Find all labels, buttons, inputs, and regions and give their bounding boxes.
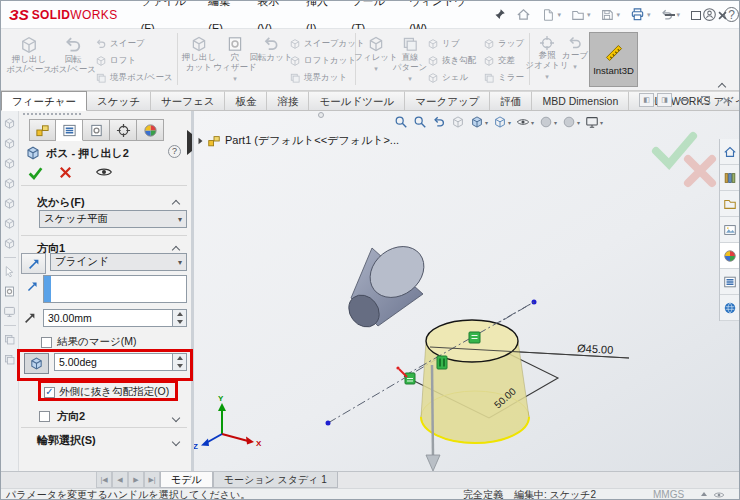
tab-weldments[interactable]: 溶接 [267,91,309,110]
hide-show-items-button[interactable]: ▾ [514,115,536,129]
panel-grip[interactable] [23,113,81,115]
tree-item-part1[interactable]: Part1 (デフォルト<<デフォルト>... [225,133,399,148]
drag-handle-shaft[interactable] [432,365,433,457]
tab-features[interactable]: フィーチャー [1,91,87,111]
pin-menu-icon[interactable] [490,8,509,21]
draft-button[interactable]: 抜き勾配 [427,52,483,69]
direction2-checkbox[interactable] [39,411,50,422]
linear-pattern-button[interactable]: 直線 パターン ▾ [393,31,427,82]
display-style-button[interactable]: ▾ [491,115,513,129]
tab-mold-tools[interactable]: モールドツール [309,91,405,110]
tree-expand-arrow[interactable] [199,137,203,143]
hidden-lines-removed-icon[interactable] [3,197,16,210]
pm-help-button[interactable]: ? [168,145,181,158]
taskpane-appearances-tab[interactable] [720,243,740,269]
pane-left-button[interactable]: ◧ [639,93,654,107]
tab-surfaces[interactable]: サーフェス [151,91,225,110]
intersect-button[interactable]: 交差 [483,52,529,69]
reference-geometry-button[interactable]: 参照 ジオメトリ ▾ [533,31,561,80]
last-tab-button[interactable]: ▶| [144,472,160,488]
ok-button[interactable] [27,164,44,181]
tab-evaluate[interactable]: 評価 [490,91,532,110]
close-button[interactable] [709,5,735,25]
taskpane-forum-tab[interactable] [720,295,740,321]
configurationmanager-tab[interactable] [83,119,110,141]
zoom-fit-button[interactable] [392,115,410,129]
draft-angle-input[interactable]: 5.00deg [54,353,173,371]
save-button[interactable] [597,8,623,22]
direction2-row[interactable]: 方向2 [39,409,85,424]
hidden-lines-view-icon[interactable] [3,157,16,170]
hole-wizard-button[interactable]: 穴 ウィザード ▾ [217,31,253,82]
print-button[interactable] [627,7,654,22]
ribbon-collapse-button[interactable] [719,76,729,86]
drag-handle-arrow[interactable] [426,455,440,471]
merge-result-checkbox[interactable] [41,337,52,348]
divider-grip[interactable] [318,112,324,118]
graphics-viewport[interactable]: Ø45.00 50.00 Y X [194,111,740,471]
extrude-boss-button[interactable]: 押し出し ボス/ベース [7,31,51,75]
draft-quality-icon[interactable] [3,217,16,230]
copy-tool-icon[interactable] [3,353,16,366]
sweep-button[interactable]: スイープ [95,35,173,52]
dimxpertmanager-tab[interactable] [110,119,137,141]
end-condition-select[interactable]: ブラインド ▾ [50,253,187,271]
sketch-settings-icon[interactable] [3,285,16,298]
view-orientation-button[interactable]: ▾ [468,115,490,129]
home-button[interactable] [513,7,534,22]
tab-sketch[interactable]: スケッチ [87,91,151,110]
mirror-button[interactable]: ミラー [483,69,529,86]
taskpane-custom-properties-tab[interactable] [720,269,740,295]
relation-marker-edge[interactable] [437,356,447,369]
taskpane-design-library-tab[interactable] [720,165,740,191]
extrude-cut-button[interactable]: 押し出し カット [181,31,217,73]
reverse-direction-button[interactable] [21,253,46,274]
tags-icon[interactable] [713,489,725,500]
confirm-cancel-watermark[interactable] [688,159,712,183]
from-section-header[interactable]: 次から(F) [37,195,85,210]
collapse-from-chevron[interactable] [173,197,179,209]
diameter-dimension-text[interactable]: Ø45.00 [577,342,614,356]
open-button[interactable] [568,8,594,22]
revolve-boss-button[interactable]: 回転 ボス/ベース [51,31,95,75]
minimize-button[interactable] [657,5,683,25]
new-document-button[interactable] [538,8,564,22]
selected-contours-header[interactable]: 輪郭選択(S) [37,433,96,448]
depth-spinner[interactable] [173,309,187,327]
featuremanager-tab[interactable] [29,119,56,141]
taskpane-home-tab[interactable] [720,139,740,165]
doc-restore-button[interactable] [696,93,714,107]
draft-on-off-button[interactable] [24,353,49,374]
shaded-view-icon[interactable] [3,117,16,130]
tab-markup[interactable]: マークアップ [405,91,490,110]
shell-button[interactable]: シェル [427,69,483,86]
section-view-icon[interactable] [3,237,16,250]
propertymanager-tab[interactable] [56,119,83,141]
direction-reference-listbox[interactable] [43,275,187,303]
tab-sheet-metal[interactable]: 板金 [225,91,267,110]
expand-contours-chevron[interactable] [173,435,179,447]
previous-view-button[interactable] [430,115,448,129]
model-tab[interactable]: モデル [160,472,213,488]
taskpane-file-explorer-tab[interactable] [720,191,740,217]
view-settings-button[interactable]: ▾ [583,115,605,129]
display-settings-icon[interactable] [3,305,16,318]
cancel-button[interactable] [58,165,73,180]
boundary-cut-button[interactable]: 境界カット [289,69,365,86]
wireframe-view-icon[interactable] [3,177,16,190]
spinner-down[interactable] [173,362,186,370]
merge-result-checkbox-row[interactable]: 結果のマージ(M) [41,335,136,349]
draft-outward-checkbox[interactable]: ✓ [44,387,55,398]
revolve-cut-button[interactable]: 回転カット [253,31,289,63]
select-tool-icon[interactable] [3,265,16,278]
rib-button[interactable]: リブ [427,35,483,52]
apply-scene-button[interactable]: ▾ [560,115,582,129]
draft-angle-spinner[interactable] [173,353,187,371]
first-tab-button[interactable]: |◀ [96,472,112,488]
centerline-endpoint[interactable] [326,421,331,426]
panel-flyout-arrow[interactable] [187,134,192,152]
edit-appearance-button[interactable]: ▾ [537,115,559,129]
displaymanager-tab[interactable] [137,119,164,141]
loft-button[interactable]: ロフト [95,52,173,69]
zoom-area-button[interactable] [411,115,429,129]
